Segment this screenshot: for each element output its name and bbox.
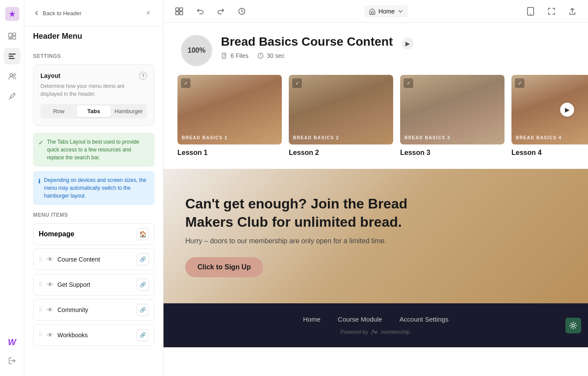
- lesson2-name: Lesson 2: [289, 149, 393, 157]
- footer-powered-by: Powered by membership.: [181, 329, 571, 335]
- duration-meta: 30 sec: [257, 52, 284, 59]
- svg-rect-12: [180, 12, 183, 15]
- layout-card: Layout ? Determine how your menu items a…: [33, 64, 154, 126]
- visibility-icon-course[interactable]: 👁: [47, 256, 53, 263]
- course-meta: 6 Files 30 sec: [221, 52, 414, 59]
- toolbar-right: [524, 4, 579, 18]
- lesson1-check: ✓: [181, 78, 190, 88]
- lesson-thumb-2: BREAD BASICS 2 ✓: [289, 75, 393, 144]
- devices-info-icon: ℹ: [38, 177, 40, 186]
- homepage-action-icon[interactable]: 🏠: [137, 228, 149, 240]
- close-panel-button[interactable]: ×: [142, 7, 154, 19]
- lesson-thumb-3: BREAD BASICS 3 ✓: [400, 75, 504, 144]
- cta-banner: Can't get enough? Join the Bread Makers …: [164, 169, 588, 303]
- visibility-icon-support[interactable]: 👁: [47, 281, 53, 288]
- nav-brush-icon[interactable]: [4, 88, 20, 104]
- visibility-icon-workbooks[interactable]: 👁: [47, 332, 53, 339]
- files-meta: 6 Files: [221, 52, 248, 59]
- svg-rect-5: [9, 56, 13, 57]
- community-label: Community: [57, 306, 132, 313]
- footer-settings-gear[interactable]: [565, 318, 581, 333]
- lessons-next-arrow[interactable]: ▶: [560, 103, 574, 117]
- menu-item-get-support[interactable]: ⠿ 👁 Get Support 🔗: [33, 274, 154, 295]
- settings-section-label: Settings: [33, 53, 154, 59]
- cta-signup-button[interactable]: Click to Sign Up: [185, 257, 263, 277]
- main-toolbar: Home: [164, 0, 588, 23]
- get-support-label: Get Support: [57, 281, 132, 288]
- drag-handle-course: ⠿: [39, 256, 43, 262]
- course-title: Bread Basics Course Content: [221, 35, 393, 49]
- home-nav-button[interactable]: Home: [364, 5, 408, 17]
- nav-users-icon[interactable]: [4, 68, 20, 84]
- svg-rect-10: [180, 8, 183, 11]
- w-brand-logo: W: [5, 335, 19, 349]
- homepage-label: Homepage: [39, 230, 74, 238]
- svg-point-15: [530, 13, 531, 14]
- svg-point-8: [13, 74, 15, 76]
- menu-item-course-content[interactable]: ⠿ 👁 Course Content 🔗: [33, 248, 154, 270]
- footer-account-settings-link[interactable]: Account Settings: [400, 316, 449, 323]
- visibility-icon-community[interactable]: 👁: [47, 306, 53, 313]
- footer-course-module-link[interactable]: Course Module: [338, 316, 382, 323]
- workbooks-action-icon[interactable]: 🔗: [137, 329, 149, 341]
- home-label: Home: [378, 8, 394, 15]
- layout-row-button[interactable]: Row: [42, 105, 76, 117]
- layout-card-title: Layout ?: [40, 72, 147, 80]
- svg-rect-9: [176, 8, 179, 11]
- svg-point-18: [572, 324, 575, 327]
- lesson-card-4[interactable]: BREAD BASICS 4 ✓ Lesson 4: [511, 75, 588, 157]
- layout-switcher: Row Tabs Hamburger: [40, 104, 147, 118]
- mobile-preview-button[interactable]: [524, 4, 538, 18]
- course-next-button[interactable]: ▶: [401, 37, 414, 50]
- menu-item-homepage[interactable]: Homepage 🏠: [33, 223, 154, 245]
- tabs-info-check-icon: ✓: [38, 138, 43, 148]
- course-info: Bread Basics Course Content ▶ 6 Files: [221, 35, 414, 59]
- layout-help-icon[interactable]: ?: [139, 72, 147, 80]
- drag-handle-workbooks: ⠿: [39, 332, 43, 338]
- drag-handle-support: ⠿: [39, 282, 43, 288]
- footer-nav: Home Course Module Account Settings Powe…: [164, 303, 588, 347]
- panel-title: Header Menu: [24, 27, 163, 46]
- lesson4-thumb-label: BREAD BASICS 4: [516, 135, 561, 140]
- layout-hamburger-button[interactable]: Hamburger: [112, 105, 146, 117]
- expand-button[interactable]: [545, 4, 558, 18]
- lessons-grid: BREAD BASICS 1 ✓ Lesson 1 BREAD BASICS 2: [164, 75, 588, 169]
- back-button[interactable]: Back to Header: [33, 10, 82, 17]
- workbooks-label: Workbooks: [57, 332, 132, 339]
- svg-rect-11: [176, 12, 179, 15]
- lesson2-check: ✓: [292, 78, 302, 88]
- footer-nav-links: Home Course Module Account Settings: [181, 316, 571, 323]
- nav-pages-icon[interactable]: [4, 28, 20, 44]
- share-button[interactable]: [565, 4, 579, 18]
- drag-handle-community: ⠿: [39, 307, 43, 313]
- menu-item-community[interactable]: ⠿ 👁 Community 🔗: [33, 299, 154, 321]
- app-logo[interactable]: [5, 7, 19, 21]
- layout-tabs-button[interactable]: Tabs: [77, 105, 110, 117]
- canvas-area[interactable]: 100% Bread Basics Course Content ▶: [164, 23, 588, 376]
- lesson3-name: Lesson 3: [400, 149, 504, 157]
- redo-button[interactable]: [214, 4, 228, 18]
- menu-item-workbooks[interactable]: ⠿ 👁 Workbooks 🔗: [33, 324, 154, 346]
- lesson-card-2[interactable]: BREAD BASICS 2 ✓ Lesson 2: [289, 75, 393, 157]
- footer-home-link[interactable]: Home: [303, 316, 321, 323]
- lesson-card-3[interactable]: BREAD BASICS 3 ✓ Lesson 3: [400, 75, 504, 157]
- layout-view-button[interactable]: [172, 4, 186, 18]
- course-action-icon[interactable]: 🔗: [137, 253, 149, 265]
- lesson-card-1[interactable]: BREAD BASICS 1 ✓ Lesson 1: [177, 75, 282, 157]
- settings-panel: Back to Header × Header Menu Settings La…: [24, 0, 164, 376]
- history-button[interactable]: [235, 4, 249, 18]
- nav-menu-icon[interactable]: [4, 48, 20, 64]
- panel-content: Settings Layout ? Determine how your men…: [24, 46, 163, 376]
- lesson3-thumb-label: BREAD BASICS 3: [404, 135, 450, 140]
- undo-button[interactable]: [193, 4, 207, 18]
- lesson1-name: Lesson 1: [177, 149, 282, 157]
- svg-rect-6: [9, 58, 15, 59]
- menu-items-section: Menu Items Homepage 🏠 ⠿ 👁 Course Content…: [33, 212, 154, 346]
- logout-icon[interactable]: [4, 352, 20, 369]
- svg-rect-3: [9, 38, 12, 39]
- devices-info-box: ℹ Depending on devices and screen sizes,…: [33, 171, 154, 205]
- svg-rect-4: [9, 54, 16, 55]
- lesson-thumb-4: BREAD BASICS 4 ✓: [511, 75, 588, 144]
- support-action-icon[interactable]: 🔗: [137, 279, 149, 291]
- community-action-icon[interactable]: 🔗: [137, 304, 149, 316]
